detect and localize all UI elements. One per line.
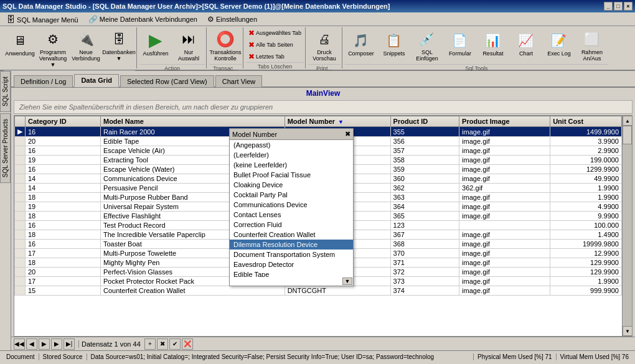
tb-sql-einfuegen[interactable]: 💉 SQL Einfügen (411, 27, 443, 64)
table-row[interactable]: 15 Counterfeit Creation Wallet DNTGCGHT … (15, 286, 622, 296)
list-item[interactable]: Eavesdrop Detector (230, 259, 353, 269)
toolbar-section-database: 🖥 Anwendung ⚙ ProgrammVerwaltung ▼ 🔌 Neu… (2, 27, 137, 68)
cell-product-id: 356 (390, 137, 459, 146)
dropdown-scroll[interactable]: (Angepasst)(Leerfelder)(keine Leerfelder… (230, 140, 353, 277)
row-indicator (15, 193, 26, 202)
list-item[interactable]: Contact Lenses (230, 210, 353, 220)
cell-product-image: image.gif (459, 277, 550, 286)
tb-datenbanken[interactable]: 🗄 Datenbanken ▼ (103, 27, 135, 64)
nav-prev-button[interactable]: ◀ (26, 338, 37, 350)
minimize-button[interactable]: _ (604, 2, 613, 11)
col-product-id[interactable]: Product ID (390, 116, 459, 127)
tb-programm[interactable]: ⚙ ProgrammVerwaltung ▼ (37, 27, 69, 70)
cell-product-id: 355 (390, 127, 459, 137)
cell-product-image: image.gif (459, 193, 550, 202)
tb-ausfuehren[interactable]: ▶ Ausführen (139, 27, 172, 60)
tb-druck[interactable]: 🖨 DruckVorschau (308, 27, 341, 64)
list-item[interactable]: Correction Fluid (230, 220, 353, 230)
list-item[interactable]: Document Transportation System (230, 250, 353, 259)
col-category-id[interactable]: Category ID (26, 116, 101, 127)
scroll-down-button[interactable]: ▼ (623, 326, 633, 336)
tab-data-grid[interactable]: Data Grid (74, 74, 119, 87)
list-item[interactable]: (keine Leerfelder) (230, 160, 353, 170)
col-model-number[interactable]: Model Number ▼ (285, 116, 390, 127)
window-controls[interactable]: _ □ × (604, 2, 633, 11)
menu-sql-manager[interactable]: 🗄 SQL Manager Menü (1, 13, 83, 26)
tb-rahmen[interactable]: ⬜ RahmenAn/Aus (576, 27, 608, 64)
toolbar-section-action: ▶ Ausführen ⏭ Nur Auswahl Action (138, 27, 207, 68)
cell-product-id: 357 (390, 146, 459, 156)
tab-selected-row[interactable]: Selected Row (Card View) (120, 75, 214, 87)
tb-letztes-tab[interactable]: ✖ Letztes Tab (246, 51, 304, 62)
toolbar-section-tabs: ✖ Ausgewähltes Tab ✖ Alle Tab Seiten ✖ L… (245, 27, 306, 68)
dropdown-scrollbar[interactable]: ▼ (342, 278, 352, 285)
menu-einstellungen[interactable]: ⚙ Einstellungen (202, 14, 262, 25)
tb-snippets[interactable]: 📋 Snippets (378, 27, 410, 60)
list-item[interactable]: Counterfeit Creation Wallet (230, 230, 353, 240)
nav-last-button[interactable]: ▶| (64, 338, 75, 350)
sidebar-sql-server-products[interactable]: SQL Server Products (0, 113, 11, 183)
row-indicator (15, 249, 26, 258)
list-item[interactable]: Cloaking Device (230, 180, 353, 190)
tb-formular[interactable]: 📄 Formular (444, 27, 476, 60)
sidebar-sql-script[interactable]: SQL Script (0, 71, 11, 112)
list-item[interactable]: (Angepasst) (230, 140, 353, 150)
cell-product-id: 372 (390, 268, 459, 277)
nav-label: Datensatz 1 von 44 (78, 340, 141, 348)
nav-save-button[interactable]: ✔ (169, 338, 181, 350)
tb-composer[interactable]: 🎵 Composer (345, 27, 377, 60)
status-stored-source: Stored Source (39, 353, 87, 360)
filter-model-number-icon[interactable]: ▼ (338, 119, 344, 125)
tb-alle-tab[interactable]: ✖ Alle Tab Seiten (246, 39, 304, 50)
row-indicator (15, 146, 26, 156)
col-model-name[interactable]: Model Name (100, 116, 285, 127)
list-item[interactable]: Cocktail Party Pal (230, 190, 353, 200)
col-unit-cost[interactable]: Unit Cost (550, 116, 622, 127)
vertical-scrollbar[interactable]: ▲ ▼ (622, 116, 632, 336)
scroll-track[interactable] (623, 126, 632, 326)
menu-bar: 🗄 SQL Manager Menü 🔗 Meine Datenbank Ver… (0, 12, 635, 26)
cell-category-id: 19 (26, 202, 101, 212)
cell-category-id: 20 (26, 268, 101, 277)
list-item[interactable]: Edible Tape (230, 269, 353, 277)
list-item[interactable]: (Leerfelder) (230, 150, 353, 160)
cell-category-id: 14 (26, 174, 101, 184)
nav-add-button[interactable]: + (144, 338, 156, 350)
dropdown-title: Model Number (232, 131, 277, 138)
cell-unit-cost: 3.9900 (550, 137, 622, 146)
tb-resultat[interactable]: 📊 Resultat (477, 27, 509, 60)
tb-anwendung[interactable]: 🖥 Anwendung (4, 27, 36, 60)
tb-chart[interactable]: 📈 Chart (510, 27, 542, 60)
tb-neue-verbindung[interactable]: 🔌 Neue Verbindung (70, 27, 102, 64)
section-title-sqltools: Sql Tools (345, 64, 608, 72)
scroll-up-button[interactable]: ▲ (623, 116, 633, 126)
tb-exec-log[interactable]: 📝 Exec Log (543, 27, 575, 60)
col-indicator (15, 116, 26, 127)
list-item[interactable]: Communications Device (230, 200, 353, 210)
tab-chart-view[interactable]: Chart View (215, 75, 263, 87)
cell-product-id: 363 (390, 193, 459, 202)
nav-current-button[interactable]: ▶ (39, 338, 50, 350)
cell-product-id: 358 (390, 156, 459, 165)
menu-datenbank[interactable]: 🔗 Meine Datenbank Verbindungen (83, 14, 202, 25)
tb-ausgewaehltes-tab[interactable]: ✖ Ausgewähltes Tab (246, 27, 304, 39)
tb-transaktions[interactable]: ⭕ TransaktionsKontrolle (209, 27, 242, 64)
nav-cancel-button[interactable]: ❌ (182, 338, 193, 350)
nav-next-button[interactable]: ▶ (51, 338, 62, 350)
close-button[interactable]: × (624, 2, 633, 11)
col-product-image[interactable]: Product Image (459, 116, 550, 127)
groupby-area[interactable]: Ziehen Sie eine Spaltenüberschrift in di… (14, 100, 633, 114)
section-title-print: Print... (308, 64, 341, 72)
maximize-button[interactable]: □ (614, 2, 623, 11)
model-number-dropdown[interactable]: Model Number ✖ (Angepasst)(Leerfelder)(k… (229, 128, 354, 286)
list-item[interactable]: Bullet Proof Facial Tissue (230, 170, 353, 180)
nav-first-button[interactable]: ◀◀ (14, 338, 25, 350)
cell-unit-cost: 4.9900 (550, 202, 622, 212)
tb-nur-auswahl[interactable]: ⏭ Nur Auswahl (172, 27, 205, 64)
dropdown-close-icon[interactable]: ✖ (345, 130, 350, 138)
list-item[interactable]: Dilemma Resolution Device (230, 240, 353, 250)
cell-category-id: 17 (26, 249, 101, 258)
scroll-thumb[interactable] (623, 126, 632, 144)
nav-delete-button[interactable]: ✖ (157, 338, 168, 350)
tab-definition-log[interactable]: Definition / Log (14, 75, 73, 87)
